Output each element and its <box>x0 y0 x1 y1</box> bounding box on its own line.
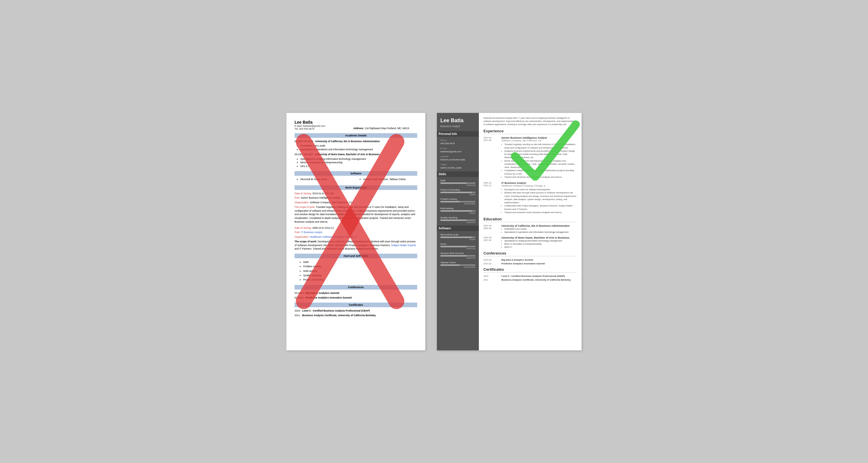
edu-entry-2-date: 09.2002-06.2007 - University of Notre Da… <box>294 153 417 156</box>
certificates-section-title: Certificates <box>484 267 577 272</box>
main-content: Experienced Business Analyst with 7+ yea… <box>479 113 582 350</box>
cert-entry-2: 2011 Business Analysis Certificate, Univ… <box>484 279 577 281</box>
linkedin-info: LinkedIn linkedin.com/in/lee.balta <box>440 155 475 161</box>
left-email: E-Mail: batlalee@gmail.com <box>294 124 325 127</box>
conf-entry-1: 2015-03 Big Data & Analytics Summit <box>484 259 577 261</box>
conf-1: 03.2015 - Big Data & Analytics Summit <box>294 291 417 295</box>
sw-ms-bi: Microsoft BI Suite Expert <box>440 233 475 240</box>
right-resume: Lee Batla Business Analyst Personal Info… <box>437 113 582 350</box>
right-name: Lee Batla <box>440 118 475 124</box>
skill-multitasking: Multi-tasking Expert <box>440 207 475 214</box>
left-address: Address: 134 Rightward Way Portland, ME,… <box>353 127 409 130</box>
work-header: Work Experience <box>294 185 417 190</box>
work-entry-2: Date of Joining: 2009-10 to 2012-12 Post… <box>294 226 417 251</box>
skill-math: Math Advanced <box>440 179 475 186</box>
skill-project-scheduling: Project Scheduling Expert <box>440 189 475 196</box>
exp-entry-2: 2009-10 -2012-12 IT Business Analyst Hea… <box>484 181 577 214</box>
sw-tableau: Tableau Online Intermediate <box>440 261 475 268</box>
sw-azure: Azure Advanced <box>440 243 475 250</box>
education-section-title: Education <box>484 217 577 222</box>
left-resume: Lee Batla E-Mail: batlalee@gmail.com Tel… <box>286 113 425 350</box>
skills-header: Hard and Soft Skills <box>294 254 417 258</box>
twitter-info: Twitter twitter.com/lee_balta <box>440 163 475 169</box>
software-header: Software <box>294 171 417 176</box>
sw-aws: Amazon Web Services Advanced <box>440 252 475 259</box>
skills-list: Math Problem solving Multi-tasking Quali… <box>294 260 417 282</box>
software-skills: Microsoft BI Suite, Azure Amazon Web Ser… <box>294 177 417 182</box>
conferences-section-title: Conferences <box>484 251 577 256</box>
edu-entry-1-bullets: Graduated Cum Laude Specialized in opera… <box>300 144 417 151</box>
skills-title: Skills <box>437 171 479 177</box>
skill-problem-solving: Problem solving Intermediate <box>440 198 475 205</box>
left-name: Lee Batla <box>294 120 312 124</box>
cert-1: 2016 - Level 3 - Certified Business Anal… <box>294 309 417 313</box>
software-title: Software <box>437 226 479 231</box>
edu-entry-1-date: 09.2007-06.2009 - University of Californ… <box>294 140 417 143</box>
conf-entry-2: 2014-02 Predictive Analytics Innovation … <box>484 262 577 265</box>
cert-2: 2011 - Business Analysis Certificate, Un… <box>294 314 417 317</box>
email-info: E-mail batlalee@gmail.com <box>440 147 475 153</box>
right-title: Business Analyst <box>440 125 475 128</box>
edu-entry-1: 2007-09 -2009-06 University of Californi… <box>484 224 577 234</box>
left-tel: Tel: 455-555-5676 <box>294 127 314 130</box>
edu-entry-2: 2002-09 -2007-06 University of Notre Dam… <box>484 236 577 249</box>
summary: Experienced Business Analyst with 7+ yea… <box>484 116 577 126</box>
experience-section-title: Experience <box>484 129 577 134</box>
conferences-header: Conferences <box>294 285 417 290</box>
exp-entry-1: 2013-01 -2017-06 Senior Business Intelli… <box>484 136 577 179</box>
cert-entry-1: 2016 Level 3 - Certified Business Analys… <box>484 275 577 278</box>
sidebar: Lee Batla Business Analyst Personal Info… <box>437 113 479 350</box>
academic-header: Academic Details <box>294 133 417 138</box>
conf-2: 02.2014 - Predictive Analytics Innovatio… <box>294 296 417 300</box>
edu-entry-2-bullets: Specialized in studying information tech… <box>300 157 417 168</box>
phone-info: Phone 455-555-5676 <box>440 139 475 145</box>
certificates-header: Certificates <box>294 302 417 307</box>
skill-quality-reporting: Quality reporting Advanced <box>440 216 475 223</box>
work-entry-1: Date of Joining: 2013-01 to 2017-06 Post… <box>294 192 417 224</box>
personal-info-title: Personal Info <box>437 131 479 137</box>
